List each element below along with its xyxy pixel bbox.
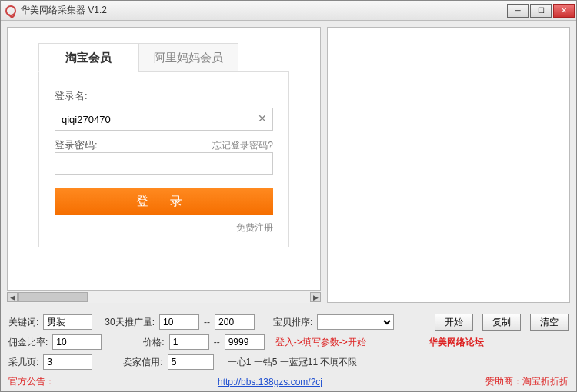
main-body: 淘宝会员 阿里妈妈会员 登录名: ✕ 登录密码: 忘记登录密码? 登 录: [1, 21, 576, 309]
start-button[interactable]: 开始: [435, 314, 473, 331]
output-box: [327, 27, 570, 303]
tab-taobao[interactable]: 淘宝会员: [38, 43, 138, 72]
rate-label: 佣金比率:: [8, 336, 48, 349]
scroll-right-arrow-icon[interactable]: ▶: [310, 292, 321, 302]
minimize-button[interactable]: ─: [507, 4, 529, 18]
credit-note: 一心1 一钻5 一蓝冠11 不填不限: [228, 356, 358, 369]
app-icon: [5, 5, 16, 16]
scroll-thumb[interactable]: [18, 292, 88, 302]
sponsor-text: 赞助商：淘宝折折折: [485, 375, 569, 388]
promo-label: 30天推广量:: [105, 316, 155, 329]
sort-label: 宝贝排序:: [273, 316, 312, 329]
promo-sep: --: [204, 317, 210, 327]
notice-label: 官方公告：: [8, 375, 55, 388]
username-label: 登录名:: [55, 89, 273, 103]
scroll-left-arrow-icon[interactable]: ◀: [7, 292, 18, 302]
window-title: 华美网络采集器 V1.2: [21, 4, 507, 17]
sort-select[interactable]: [317, 314, 394, 330]
clear-button[interactable]: 清空: [530, 314, 569, 331]
login-container: 淘宝会员 阿里妈妈会员 登录名: ✕ 登录密码: 忘记登录密码? 登 录: [7, 27, 321, 291]
keyword-input[interactable]: [43, 314, 92, 330]
window-controls: ─ ☐ ✕: [507, 4, 575, 18]
login-form: 登录名: ✕ 登录密码: 忘记登录密码? 登 录 免费注册: [38, 71, 289, 247]
forum-link[interactable]: 华美网络论坛: [429, 336, 484, 349]
price-label: 价格:: [143, 336, 164, 349]
titlebar: 华美网络采集器 V1.2 ─ ☐ ✕: [1, 1, 576, 21]
maximize-button[interactable]: ☐: [530, 4, 552, 18]
footer-url[interactable]: http://bbs.138gzs.com/?cj: [218, 377, 322, 387]
params-area: 关键词: 30天推广量: -- 宝贝排序: 开始 复制 清空 佣金比率: 价格:…: [1, 309, 576, 374]
pages-label: 采几页:: [8, 356, 38, 369]
login-button[interactable]: 登 录: [55, 188, 273, 215]
right-panel: [327, 27, 570, 303]
app-window: 华美网络采集器 V1.2 ─ ☐ ✕ 淘宝会员 阿里妈妈会员 登录名: ✕: [0, 0, 577, 392]
keyword-label: 关键词:: [8, 316, 38, 329]
username-input[interactable]: [55, 108, 273, 131]
credit-label: 卖家信用:: [123, 356, 162, 369]
promo-max-input[interactable]: [215, 314, 255, 330]
price-min-input[interactable]: [169, 334, 209, 350]
pages-input[interactable]: [43, 354, 92, 370]
close-button[interactable]: ✕: [553, 4, 575, 18]
free-register-link[interactable]: 免费注册: [55, 221, 273, 234]
rate-input[interactable]: [52, 334, 102, 350]
forgot-password-link[interactable]: 忘记登录密码?: [212, 139, 273, 152]
copy-button[interactable]: 复制: [482, 314, 521, 331]
credit-input[interactable]: [168, 354, 214, 370]
password-input[interactable]: [55, 152, 273, 175]
price-max-input[interactable]: [225, 334, 265, 350]
hint-text: 登入->填写参数->开始: [275, 336, 366, 349]
footer: 官方公告： http://bbs.138gzs.com/?cj 赞助商：淘宝折折…: [1, 374, 576, 391]
price-sep: --: [214, 337, 220, 347]
clear-username-icon[interactable]: ✕: [258, 112, 267, 125]
left-scrollbar[interactable]: ◀ ▶: [7, 291, 321, 303]
tab-alimama[interactable]: 阿里妈妈会员: [138, 43, 238, 72]
tabs: 淘宝会员 阿里妈妈会员: [38, 43, 320, 72]
left-panel: 淘宝会员 阿里妈妈会员 登录名: ✕ 登录密码: 忘记登录密码? 登 录: [7, 27, 321, 303]
promo-min-input[interactable]: [159, 314, 199, 330]
password-label: 登录密码:: [55, 138, 98, 152]
